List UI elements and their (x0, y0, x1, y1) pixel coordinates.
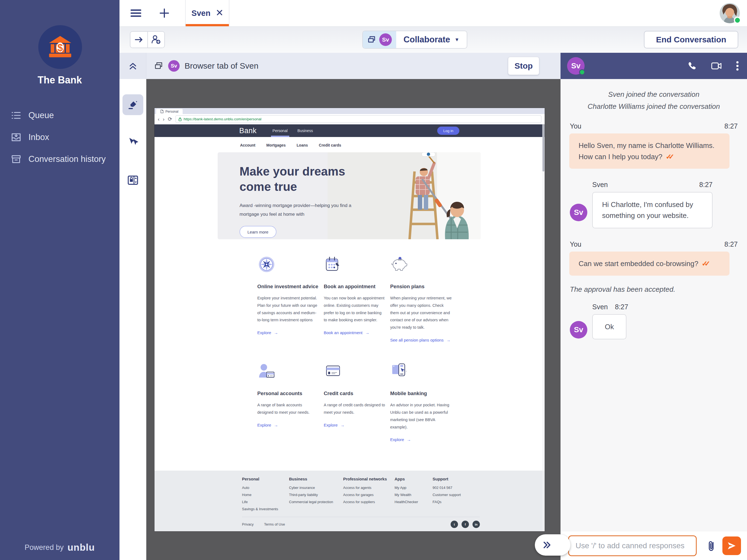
visitor-avatar: Sv (379, 33, 392, 46)
sidebar-item-label: Queue (28, 110, 54, 120)
start-video-call-button[interactable] (711, 62, 722, 70)
feature-link-label: Explore (390, 437, 404, 442)
scrollbar-thumb[interactable] (542, 125, 544, 172)
subnav-mortgages[interactable]: Mortgages (266, 143, 286, 147)
message-sender: You (570, 240, 581, 248)
feature-link[interactable]: Explore → (257, 423, 319, 427)
footer-link[interactable]: 902 014 567 (433, 486, 480, 490)
address-bar[interactable]: https://bank-latest.demo.unblu.com/en/pe… (176, 116, 541, 123)
message-text: Can we start embedded co-browsing? (578, 259, 698, 268)
arrow-right-icon (134, 35, 144, 45)
sidebar-item-inbox[interactable]: Inbox (0, 126, 120, 148)
feature-description: An advisor in your pocket. Having Unblu … (390, 401, 452, 431)
sidebar-item-label: Conversation history (28, 154, 106, 164)
feature-link[interactable]: Explore → (390, 437, 452, 442)
show-cursors-button[interactable] (123, 132, 143, 153)
feature-description: A range of credit cards designed to meet… (324, 401, 386, 416)
credit-card-icon (324, 362, 342, 380)
reload-button[interactable]: ⟳ (168, 117, 172, 122)
learn-more-button[interactable]: Learn more (239, 226, 277, 238)
footer-link[interactable]: My App (394, 486, 433, 490)
collaborate-dropdown[interactable]: Sv Collaborate ▼ (362, 31, 467, 49)
subnav-loans[interactable]: Loans (297, 143, 308, 147)
main-area: Sven (120, 0, 747, 560)
new-conversation-tab-button[interactable] (156, 0, 173, 26)
feature-link[interactable]: Explore → (324, 423, 386, 427)
stop-cobrowse-button[interactable]: Stop (508, 57, 539, 75)
visitor-avatar-wrap: Sv (567, 57, 585, 75)
start-voice-call-button[interactable] (687, 61, 697, 71)
subnav-credit-cards[interactable]: Credit cards (319, 143, 341, 147)
site-nav: Personal Business (273, 124, 313, 137)
chevron-down-icon: ▼ (455, 37, 459, 43)
footer-link[interactable]: Savings & Investments (242, 507, 289, 511)
hero-text: Make your dreams come true Award -winnin… (239, 164, 360, 238)
footer-link[interactable]: Commercial legal protection (289, 500, 343, 504)
sidebar-item-queue[interactable]: Queue (0, 104, 120, 126)
footer-link[interactable]: My Wealth (394, 493, 433, 497)
browser-scrollbar[interactable] (542, 124, 545, 531)
hamburger-icon (130, 8, 141, 18)
site-nav-personal[interactable]: Personal (273, 124, 288, 137)
chat-actions (687, 61, 739, 71)
footer-link[interactable]: Home (242, 493, 289, 497)
footer-link[interactable]: Customer support (433, 493, 480, 497)
back-button[interactable]: ‹ (158, 117, 159, 122)
feature-link-label: Explore (257, 330, 271, 335)
footer-link[interactable]: Auto (242, 486, 289, 490)
sidebar-item-conversation-history[interactable]: Conversation history (0, 148, 120, 170)
terms-link[interactable]: Terms of Use (264, 522, 285, 526)
forward-button[interactable]: › (163, 117, 164, 122)
arrow-right-icon: → (340, 423, 344, 427)
scroll-lock-button[interactable] (123, 170, 143, 190)
collapse-rail-button[interactable] (120, 53, 146, 79)
close-tab-button[interactable] (216, 9, 223, 18)
arrow-right-icon: → (407, 437, 411, 442)
send-message-button[interactable] (722, 536, 741, 555)
annotation-tool-rail (120, 79, 146, 560)
message-text: Ok (605, 323, 614, 331)
end-conversation-button[interactable]: End Conversation (644, 31, 738, 48)
embedded-browser-window: Personal ‹ › ⟳ (154, 108, 545, 531)
message-input[interactable] (568, 535, 697, 556)
menu-button[interactable] (127, 0, 145, 26)
transfer-conversation-button[interactable] (130, 32, 147, 48)
footer-link[interactable]: Cyber insurance (289, 486, 343, 490)
expand-chat-button[interactable] (535, 534, 570, 556)
feature-link-label: Book an appointment (324, 330, 363, 335)
browser-tab[interactable]: Personal (156, 109, 183, 114)
footer-link[interactable]: Access for suppliers (343, 500, 394, 504)
browser-tabstrip: Personal (154, 108, 545, 114)
more-options-button[interactable] (736, 61, 739, 71)
system-message: The approval has been accepted. (569, 283, 738, 295)
attach-file-button[interactable] (707, 540, 715, 552)
footer-link[interactable]: Access for garages (343, 493, 394, 497)
linkedin-icon[interactable]: in (472, 520, 480, 528)
feature-title: Personal accounts (257, 390, 319, 397)
feature-card-appointment: Book an appointment You can now book an … (324, 255, 386, 342)
agent-profile-avatar[interactable] (720, 3, 740, 23)
browser-tab-title: Personal (165, 110, 178, 113)
footer-link[interactable]: FAQs (433, 500, 480, 504)
privacy-link[interactable]: Privacy (242, 522, 254, 526)
facebook-icon[interactable]: f (462, 520, 469, 528)
read-receipt-icon (666, 151, 674, 162)
collaborate-label-wrap: Collaborate ▼ (396, 31, 467, 48)
twitter-icon[interactable]: t (450, 520, 458, 528)
conversation-tab-sven[interactable]: Sven (185, 0, 229, 26)
marker-tool-button[interactable] (123, 94, 143, 115)
compass-icon (257, 255, 276, 274)
footer-link[interactable]: HealthChecker (394, 500, 433, 504)
subnav-account[interactable]: Account (240, 143, 255, 147)
feature-link[interactable]: See all pension plans options → (390, 338, 452, 342)
invite-participant-button[interactable] (147, 32, 164, 48)
footer-link[interactable]: Access for agents (343, 486, 394, 490)
footer-heading: Apps (394, 477, 433, 481)
message-sender: Sven (592, 181, 608, 189)
footer-link[interactable]: Third-party liability (289, 493, 343, 497)
footer-link[interactable]: Life (242, 500, 289, 504)
feature-link[interactable]: Explore → (257, 330, 319, 335)
feature-link[interactable]: Book an appointment → (324, 330, 386, 335)
login-button[interactable]: Log in (437, 127, 459, 135)
site-nav-business[interactable]: Business (298, 124, 313, 137)
